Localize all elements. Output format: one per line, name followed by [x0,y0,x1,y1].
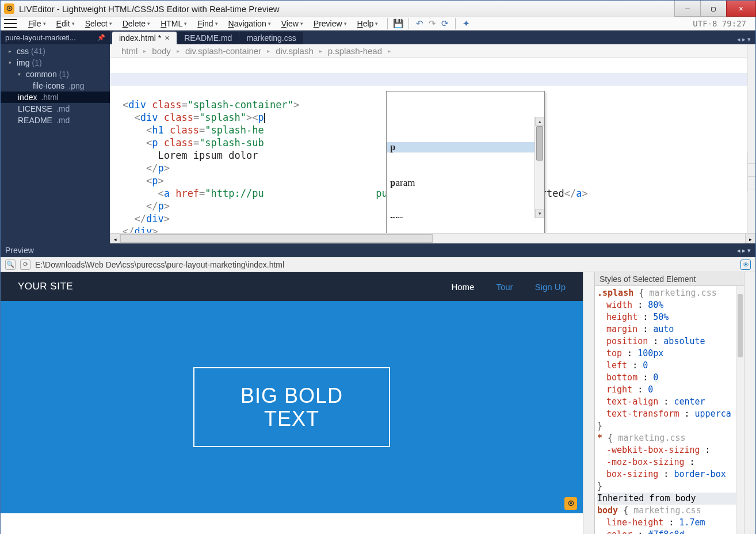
window-title: LIVEditor - Lightweight HTML/CSS/JS Edit… [19,4,674,14]
tree-file-license[interactable]: LICENSE.md [1,103,110,115]
preview-nav[interactable]: ◂ ▸ ▾ [737,247,751,254]
autocomplete-popup[interactable]: p param pre progress caption colgroup fi… [386,91,545,233]
ac-item[interactable]: p [387,142,544,152]
sidebar-tab[interactable]: pure-layout-marketi...📌 [1,30,110,44]
sidebar: pure-layout-marketi...📌 ▸css (41) ▾img (… [1,30,110,243]
tab-marketing[interactable]: marketing.css [239,32,303,44]
menu-edit[interactable]: Edit▾ [52,17,79,30]
nav-signup[interactable]: Sign Up [535,282,566,292]
menu-html[interactable]: HTML▾ [156,17,192,30]
wand-icon[interactable]: ✦ [460,18,472,29]
close-icon[interactable]: ✕ [165,35,170,42]
redo-icon[interactable]: ↷ [426,18,438,29]
style-inspector: Styles of Selected Element .splash { mar… [594,272,744,534]
file-path: E:\Downloads\Web Dev\css\purecss\pure-la… [35,260,284,269]
tab-index[interactable]: index.html *✕ [112,32,177,44]
save-icon[interactable]: 💾 [392,18,404,29]
tree-file-index[interactable]: index.html [1,91,110,103]
inspector-body[interactable]: .splash { marketing.css width : 80% heig… [595,286,744,534]
tree-file-fileicons[interactable]: file-icons.png [1,80,110,91]
nav-tour[interactable]: Tour [496,282,513,292]
pin-icon[interactable]: 📌 [97,34,105,41]
status-encoding: UTF-8 79:27 [693,19,752,28]
minimize-button[interactable]: — [674,1,701,17]
hamburger-icon[interactable] [4,19,17,28]
refresh-icon[interactable]: ⟳ [439,18,450,29]
close-button[interactable]: ✕ [726,1,756,17]
tree-folder-common[interactable]: ▾common (1) [1,68,110,80]
tree-folder-img[interactable]: ▾img (1) [1,57,110,68]
editor-tabs: index.html *✕ README.md marketing.css ◂ … [110,30,755,44]
address-bar: 🔍 ⟳ E:\Downloads\Web Dev\css\purecss\pur… [1,257,755,272]
menu-find[interactable]: Find▾ [193,17,222,30]
menu-file[interactable]: File▾ [24,17,51,30]
app-badge-icon: ⦿ [564,497,577,510]
right-gutter [744,272,755,534]
preview-header: Preview◂ ▸ ▾ [1,243,755,257]
app-icon: ⦿ [4,3,14,14]
menu-preview[interactable]: Preview▾ [309,17,352,30]
preview-scrollbar[interactable] [583,272,594,534]
menu-navigation[interactable]: Navigation▾ [224,17,276,30]
reload-icon[interactable]: ⟳ [20,260,30,270]
editor-area: index.html *✕ README.md marketing.css ◂ … [110,30,755,243]
inspector-scrollbar[interactable] [736,286,744,534]
gutter-icons[interactable] [747,151,755,192]
titlebar: ⦿ LIVEditor - Lightweight HTML/CSS/JS Ed… [1,1,755,17]
tree-folder-css[interactable]: ▸css (41) [1,45,110,57]
file-tree: ▸css (41) ▾img (1) ▾common (1) file-icon… [1,44,110,243]
preview-viewport[interactable]: YOUR SITE Home Tour Sign Up BIG BOLD TEX… [1,272,583,534]
tab-nav[interactable]: ◂ ▸ ▾ [732,35,755,44]
nav-home[interactable]: Home [451,282,474,292]
breadcrumb[interactable]: html▸ body▸ div.splash-container▸ div.sp… [110,44,755,58]
menu-select[interactable]: Select▾ [81,17,117,30]
site-nav: YOUR SITE Home Tour Sign Up [1,272,583,301]
undo-icon[interactable]: ↶ [414,18,425,29]
hero-box: BIG BOLD TEXT [193,367,390,447]
ac-item[interactable]: pre [387,213,544,218]
menubar: File▾ Edit▾ Select▾ Delete▾ HTML▾ Find▾ … [1,17,755,30]
editor-hscroll[interactable]: ◂▸ [110,233,755,243]
menu-help[interactable]: Help▾ [353,17,383,30]
tree-file-readme[interactable]: README.md [1,115,110,126]
site-brand: YOUR SITE [18,281,73,292]
code-editor[interactable]: <div class="splash-container"> <div clas… [110,58,755,233]
maximize-button[interactable]: ▢ [700,1,727,17]
eye-icon[interactable]: 👁 [740,260,751,270]
menu-view[interactable]: View▾ [277,17,308,30]
tab-readme[interactable]: README.md [177,32,239,44]
inspector-header: Styles of Selected Element [595,272,744,286]
hero: BIG BOLD TEXT [1,301,583,513]
inspect-icon[interactable]: 🔍 [5,260,16,270]
menu-delete[interactable]: Delete▾ [118,17,155,30]
ac-item[interactable]: param [387,178,544,188]
